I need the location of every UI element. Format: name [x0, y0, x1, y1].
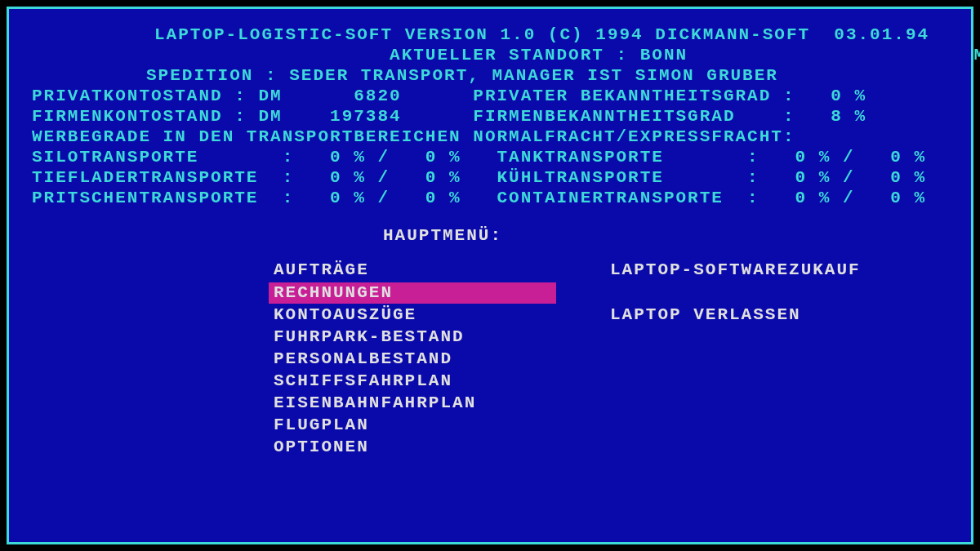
menu-item-left[interactable]: OPTIONEN: [269, 437, 556, 458]
menu-item-right: [605, 282, 627, 304]
header-line-2: AKTUELLER STANDORT : BONN MO 07:42: [32, 47, 948, 64]
menu-title: HAUPTMENÜ:: [32, 227, 948, 245]
firmen-line: FIRMENKONTOSTAND : DM 197384 FIRMENBEKAN…: [32, 108, 948, 126]
menu-item-right: [605, 371, 627, 392]
transport-row: SILOTRANSPORTE : 0 % / 0 % TANKTRANSPORT…: [32, 149, 948, 167]
menu-item-left[interactable]: KONTOAUSZÜGE: [269, 304, 556, 326]
menu-item-left[interactable]: PERSONALBESTAND: [269, 349, 556, 370]
menu-item-right: [605, 393, 627, 414]
menu-item-right: [605, 415, 627, 436]
transport-row: PRITSCHENTRANSPORTE : 0 % / 0 % CONTAINE…: [32, 189, 948, 207]
menu-item-right: [605, 349, 627, 370]
menu-item-left[interactable]: RECHNUNGEN: [269, 282, 556, 304]
menu-item-left[interactable]: EISENBAHNFAHRPLAN: [269, 393, 556, 414]
menu-item-right[interactable]: LAPTOP VERLASSEN: [605, 304, 806, 326]
menu-item-left[interactable]: FUHRPARK-BESTAND: [269, 327, 556, 348]
menu-item-left[interactable]: AUFTRÄGE: [269, 260, 556, 281]
menu-item-right: [605, 437, 627, 458]
header-line-1: LAPTOP-LOGISTIC-SOFT VERSION 1.0 (C) 199…: [32, 26, 948, 44]
werbe-line: WERBEGRADE IN DEN TRANSPORTBEREICHEN NOR…: [32, 128, 948, 146]
privat-line: PRIVATKONTOSTAND : DM 6820 PRIVATER BEKA…: [32, 87, 948, 105]
menu-item-left[interactable]: SCHIFFSFAHRPLAN: [269, 371, 556, 392]
header-line-3: SPEDITION : SEDER TRANSPORT, MANAGER IST…: [32, 67, 948, 85]
app-frame: LAPTOP-LOGISTIC-SOFT VERSION 1.0 (C) 199…: [7, 7, 973, 544]
transport-row: TIEFLADERTRANSPORTE : 0 % / 0 % KÜHLTRAN…: [32, 169, 948, 187]
menu-item-left[interactable]: FLUGPLAN: [269, 415, 556, 436]
menu-item-right[interactable]: LAPTOP-SOFTWAREZUKAUF: [605, 260, 866, 281]
menu-item-right: [605, 327, 627, 348]
